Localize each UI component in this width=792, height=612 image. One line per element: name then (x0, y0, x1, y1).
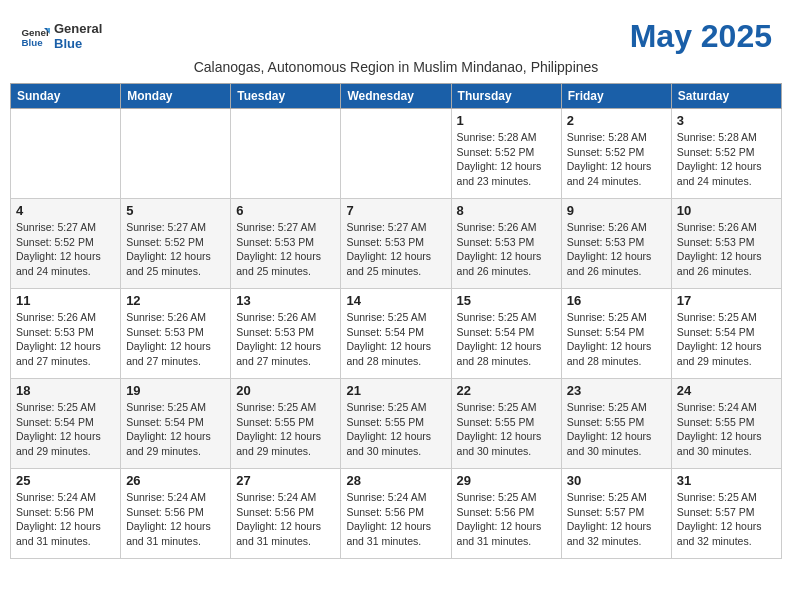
day-cell: 26Sunrise: 5:24 AM Sunset: 5:56 PM Dayli… (121, 469, 231, 559)
day-cell: 27Sunrise: 5:24 AM Sunset: 5:56 PM Dayli… (231, 469, 341, 559)
day-number: 12 (126, 293, 225, 308)
day-info: Sunrise: 5:25 AM Sunset: 5:54 PM Dayligh… (16, 400, 115, 459)
calendar-subtitle: Calanogas, Autonomous Region in Muslim M… (10, 59, 782, 83)
day-number: 31 (677, 473, 776, 488)
weekday-monday: Monday (121, 84, 231, 109)
day-info: Sunrise: 5:27 AM Sunset: 5:53 PM Dayligh… (346, 220, 445, 279)
day-cell: 29Sunrise: 5:25 AM Sunset: 5:56 PM Dayli… (451, 469, 561, 559)
day-cell: 14Sunrise: 5:25 AM Sunset: 5:54 PM Dayli… (341, 289, 451, 379)
day-number: 24 (677, 383, 776, 398)
day-number: 7 (346, 203, 445, 218)
day-info: Sunrise: 5:25 AM Sunset: 5:55 PM Dayligh… (567, 400, 666, 459)
logo: General Blue General Blue (20, 22, 102, 52)
week-row-4: 18Sunrise: 5:25 AM Sunset: 5:54 PM Dayli… (11, 379, 782, 469)
day-info: Sunrise: 5:25 AM Sunset: 5:54 PM Dayligh… (677, 310, 776, 369)
day-number: 2 (567, 113, 666, 128)
day-cell: 25Sunrise: 5:24 AM Sunset: 5:56 PM Dayli… (11, 469, 121, 559)
day-number: 14 (346, 293, 445, 308)
day-info: Sunrise: 5:26 AM Sunset: 5:53 PM Dayligh… (16, 310, 115, 369)
day-info: Sunrise: 5:26 AM Sunset: 5:53 PM Dayligh… (677, 220, 776, 279)
day-cell: 13Sunrise: 5:26 AM Sunset: 5:53 PM Dayli… (231, 289, 341, 379)
day-info: Sunrise: 5:27 AM Sunset: 5:52 PM Dayligh… (16, 220, 115, 279)
day-info: Sunrise: 5:25 AM Sunset: 5:57 PM Dayligh… (677, 490, 776, 549)
day-cell: 17Sunrise: 5:25 AM Sunset: 5:54 PM Dayli… (671, 289, 781, 379)
header: General Blue General Blue May 2025 (10, 10, 782, 59)
day-cell: 7Sunrise: 5:27 AM Sunset: 5:53 PM Daylig… (341, 199, 451, 289)
day-info: Sunrise: 5:26 AM Sunset: 5:53 PM Dayligh… (567, 220, 666, 279)
day-number: 10 (677, 203, 776, 218)
day-cell: 2Sunrise: 5:28 AM Sunset: 5:52 PM Daylig… (561, 109, 671, 199)
day-info: Sunrise: 5:25 AM Sunset: 5:54 PM Dayligh… (126, 400, 225, 459)
day-info: Sunrise: 5:25 AM Sunset: 5:55 PM Dayligh… (457, 400, 556, 459)
day-cell: 24Sunrise: 5:24 AM Sunset: 5:55 PM Dayli… (671, 379, 781, 469)
day-info: Sunrise: 5:25 AM Sunset: 5:54 PM Dayligh… (457, 310, 556, 369)
calendar-header: SundayMondayTuesdayWednesdayThursdayFrid… (11, 84, 782, 109)
day-cell: 28Sunrise: 5:24 AM Sunset: 5:56 PM Dayli… (341, 469, 451, 559)
day-cell: 30Sunrise: 5:25 AM Sunset: 5:57 PM Dayli… (561, 469, 671, 559)
day-info: Sunrise: 5:26 AM Sunset: 5:53 PM Dayligh… (236, 310, 335, 369)
weekday-friday: Friday (561, 84, 671, 109)
day-number: 1 (457, 113, 556, 128)
logo-blue: Blue (54, 37, 102, 51)
day-number: 13 (236, 293, 335, 308)
day-info: Sunrise: 5:28 AM Sunset: 5:52 PM Dayligh… (567, 130, 666, 189)
day-info: Sunrise: 5:26 AM Sunset: 5:53 PM Dayligh… (126, 310, 225, 369)
day-number: 3 (677, 113, 776, 128)
day-info: Sunrise: 5:25 AM Sunset: 5:57 PM Dayligh… (567, 490, 666, 549)
weekday-tuesday: Tuesday (231, 84, 341, 109)
day-number: 25 (16, 473, 115, 488)
day-cell: 18Sunrise: 5:25 AM Sunset: 5:54 PM Dayli… (11, 379, 121, 469)
day-cell: 21Sunrise: 5:25 AM Sunset: 5:55 PM Dayli… (341, 379, 451, 469)
day-cell: 20Sunrise: 5:25 AM Sunset: 5:55 PM Dayli… (231, 379, 341, 469)
day-cell: 22Sunrise: 5:25 AM Sunset: 5:55 PM Dayli… (451, 379, 561, 469)
day-info: Sunrise: 5:27 AM Sunset: 5:52 PM Dayligh… (126, 220, 225, 279)
day-cell: 11Sunrise: 5:26 AM Sunset: 5:53 PM Dayli… (11, 289, 121, 379)
day-info: Sunrise: 5:25 AM Sunset: 5:56 PM Dayligh… (457, 490, 556, 549)
day-number: 11 (16, 293, 115, 308)
day-cell (231, 109, 341, 199)
day-number: 4 (16, 203, 115, 218)
weekday-saturday: Saturday (671, 84, 781, 109)
day-number: 5 (126, 203, 225, 218)
calendar-body: 1Sunrise: 5:28 AM Sunset: 5:52 PM Daylig… (11, 109, 782, 559)
day-info: Sunrise: 5:28 AM Sunset: 5:52 PM Dayligh… (457, 130, 556, 189)
day-cell: 16Sunrise: 5:25 AM Sunset: 5:54 PM Dayli… (561, 289, 671, 379)
day-cell (341, 109, 451, 199)
day-cell: 3Sunrise: 5:28 AM Sunset: 5:52 PM Daylig… (671, 109, 781, 199)
weekday-wednesday: Wednesday (341, 84, 451, 109)
day-info: Sunrise: 5:25 AM Sunset: 5:54 PM Dayligh… (567, 310, 666, 369)
day-number: 22 (457, 383, 556, 398)
day-info: Sunrise: 5:27 AM Sunset: 5:53 PM Dayligh… (236, 220, 335, 279)
day-number: 15 (457, 293, 556, 308)
day-cell: 19Sunrise: 5:25 AM Sunset: 5:54 PM Dayli… (121, 379, 231, 469)
day-info: Sunrise: 5:24 AM Sunset: 5:56 PM Dayligh… (346, 490, 445, 549)
svg-text:Blue: Blue (22, 37, 44, 48)
day-number: 9 (567, 203, 666, 218)
day-info: Sunrise: 5:25 AM Sunset: 5:55 PM Dayligh… (236, 400, 335, 459)
day-cell: 23Sunrise: 5:25 AM Sunset: 5:55 PM Dayli… (561, 379, 671, 469)
day-number: 28 (346, 473, 445, 488)
day-info: Sunrise: 5:24 AM Sunset: 5:56 PM Dayligh… (236, 490, 335, 549)
weekday-header-row: SundayMondayTuesdayWednesdayThursdayFrid… (11, 84, 782, 109)
day-cell (121, 109, 231, 199)
day-number: 23 (567, 383, 666, 398)
day-number: 19 (126, 383, 225, 398)
day-cell: 12Sunrise: 5:26 AM Sunset: 5:53 PM Dayli… (121, 289, 231, 379)
weekday-thursday: Thursday (451, 84, 561, 109)
day-number: 29 (457, 473, 556, 488)
month-title: May 2025 (630, 18, 772, 55)
day-number: 6 (236, 203, 335, 218)
day-cell: 15Sunrise: 5:25 AM Sunset: 5:54 PM Dayli… (451, 289, 561, 379)
week-row-5: 25Sunrise: 5:24 AM Sunset: 5:56 PM Dayli… (11, 469, 782, 559)
day-number: 30 (567, 473, 666, 488)
day-info: Sunrise: 5:24 AM Sunset: 5:56 PM Dayligh… (126, 490, 225, 549)
day-info: Sunrise: 5:25 AM Sunset: 5:55 PM Dayligh… (346, 400, 445, 459)
logo-icon: General Blue (20, 22, 50, 52)
day-cell (11, 109, 121, 199)
day-number: 18 (16, 383, 115, 398)
day-info: Sunrise: 5:26 AM Sunset: 5:53 PM Dayligh… (457, 220, 556, 279)
logo-general: General (54, 22, 102, 36)
day-cell: 31Sunrise: 5:25 AM Sunset: 5:57 PM Dayli… (671, 469, 781, 559)
day-info: Sunrise: 5:24 AM Sunset: 5:56 PM Dayligh… (16, 490, 115, 549)
day-cell: 1Sunrise: 5:28 AM Sunset: 5:52 PM Daylig… (451, 109, 561, 199)
